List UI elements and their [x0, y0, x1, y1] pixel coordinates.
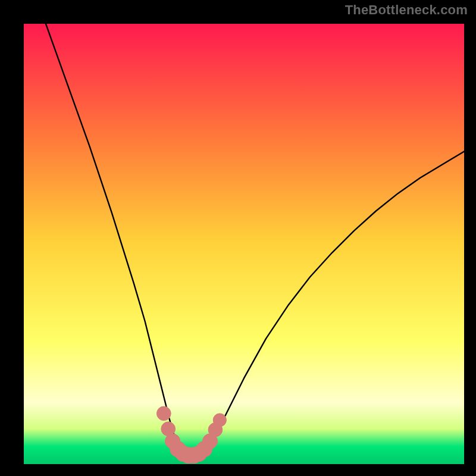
curve-marker — [156, 406, 171, 421]
curve-marker — [213, 414, 226, 427]
watermark-text: TheBottleneck.com — [345, 2, 468, 18]
plot-area — [24, 24, 464, 464]
chart-frame: TheBottleneck.com — [0, 0, 476, 476]
gradient-background — [24, 24, 464, 464]
bottleneck-chart — [24, 24, 464, 464]
